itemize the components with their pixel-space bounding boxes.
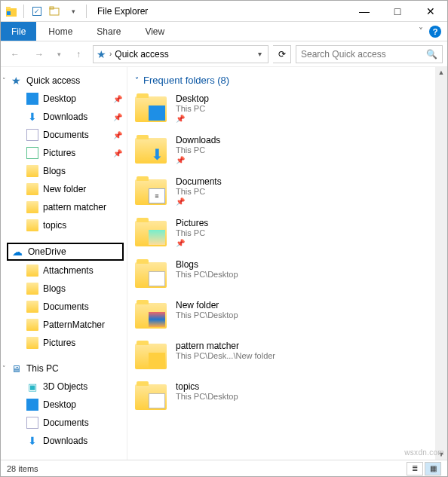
refresh-button[interactable]: ⟳	[273, 45, 291, 63]
item-text: New folder This PC\Desktop	[176, 300, 238, 320]
view-details-button[interactable]: ≣	[407, 462, 423, 475]
desktop-icon	[26, 93, 38, 105]
documents-icon: ≡	[149, 188, 165, 203]
folder-icon	[135, 341, 167, 369]
tree-item-documents[interactable]: Documents	[1, 298, 127, 316]
tree-item-pictures[interactable]: Pictures 📌	[1, 144, 127, 162]
section-title: Frequent folders (8)	[143, 75, 229, 86]
item-text: topics This PC\Desktop	[176, 381, 238, 401]
qat-customize-button[interactable]: ▾	[65, 3, 81, 20]
maximize-button[interactable]: □	[381, 1, 414, 22]
folder-icon	[26, 183, 38, 195]
item-location: This PC	[176, 187, 222, 196]
address-bar[interactable]: ★ › Quick access ▾	[93, 45, 268, 63]
list-item[interactable]: Desktop This PC 📌	[135, 93, 428, 123]
window-title: File Explorer	[97, 6, 148, 17]
up-button[interactable]: ↑	[69, 44, 88, 64]
tree-item-blogs[interactable]: Blogs	[1, 280, 127, 298]
file-explorer-window: ✓ ▾ File Explorer — □ ✕ File Home Share …	[0, 0, 448, 477]
tree-item-attachments[interactable]: Attachments	[1, 261, 127, 280]
scroll-up-icon[interactable]: ▲	[438, 67, 445, 78]
tree-item-pattern matcher[interactable]: pattern matcher	[1, 198, 127, 216]
navigation-bar: ← → ▾ ↑ ★ › Quick access ▾ ⟳ Search Quic…	[1, 41, 447, 67]
tree-item-pictures[interactable]: Pictures	[1, 334, 127, 352]
tree-item-topics[interactable]: topics	[1, 216, 127, 234]
pin-icon: 📌	[176, 115, 209, 123]
tree-this-pc[interactable]: ˅ 🖥 This PC	[1, 359, 127, 378]
folder-icon	[26, 219, 38, 231]
page-icon	[149, 271, 165, 286]
expand-icon[interactable]: ˅	[2, 77, 6, 84]
quick-access-toolbar: ✓ ▾	[1, 3, 93, 20]
list-item[interactable]: Blogs This PC\Desktop	[135, 259, 428, 288]
address-dropdown-button[interactable]: ▾	[255, 50, 265, 58]
tree-item-new folder[interactable]: New folder	[1, 180, 127, 198]
tab-share[interactable]: Share	[84, 22, 133, 41]
item-count: 28 items	[7, 464, 38, 473]
file-tab[interactable]: File	[1, 22, 36, 41]
tree-item-3d objects[interactable]: ▣ 3D Objects	[1, 378, 127, 396]
tree-item-documents[interactable]: Documents 📌	[1, 126, 127, 144]
list-item[interactable]: ⬇ Downloads This PC 📌	[135, 135, 428, 164]
tree-label: PatternMatcher	[43, 320, 105, 330]
tab-view[interactable]: View	[133, 22, 176, 41]
list-item[interactable]: pattern matcher This PC\Desk...\New fold…	[135, 341, 428, 369]
tree-onedrive[interactable]: ☁ OneDrive	[7, 243, 124, 261]
pin-icon: 📌	[176, 239, 208, 247]
close-button[interactable]: ✕	[414, 1, 447, 22]
list-item[interactable]: New folder This PC\Desktop	[135, 300, 428, 329]
folder-icon: ≡	[135, 176, 167, 205]
page-icon	[149, 393, 165, 408]
folder-art-icon	[149, 312, 165, 327]
list-item[interactable]: Pictures This PC 📌	[135, 218, 428, 247]
tree-item-blogs[interactable]: Blogs	[1, 162, 127, 180]
item-location: This PC	[176, 104, 209, 113]
address-text: Quick access	[115, 49, 168, 60]
search-icon: 🔍	[426, 49, 437, 60]
tree-item-desktop[interactable]: Desktop	[1, 396, 127, 414]
folder-icon	[26, 201, 38, 213]
tree-item-downloads[interactable]: ⬇ Downloads 📌	[1, 108, 127, 126]
search-input[interactable]: Search Quick access 🔍	[296, 45, 443, 63]
watermark: wsxdn.com	[404, 448, 444, 457]
tree-label: Desktop	[43, 399, 76, 410]
item-text: Blogs This PC\Desktop	[176, 259, 238, 279]
tab-home[interactable]: Home	[36, 22, 84, 41]
tree-label: Attachments	[43, 265, 94, 276]
qat-properties-button[interactable]: ✓	[29, 3, 45, 20]
desktop-icon	[26, 399, 38, 411]
view-large-button[interactable]: ▦	[425, 462, 441, 475]
folder-icon	[135, 93, 167, 122]
section-header-frequent[interactable]: ˅ Frequent folders (8)	[135, 75, 428, 86]
recent-locations-button[interactable]: ▾	[54, 44, 64, 64]
tree-item-desktop[interactable]: Desktop 📌	[1, 90, 127, 108]
forward-button[interactable]: →	[29, 44, 49, 64]
list-item[interactable]: ≡ Documents This PC 📌	[135, 176, 428, 206]
folder-icon	[26, 337, 38, 349]
tree-item-documents[interactable]: Documents	[1, 414, 127, 432]
breadcrumb-chevron-icon[interactable]: ›	[109, 50, 112, 58]
item-list[interactable]: ˅ Frequent folders (8) Desktop This PC 📌…	[127, 67, 435, 460]
ribbon-expand-button[interactable]: ˅	[419, 26, 423, 37]
back-button[interactable]: ←	[5, 44, 25, 64]
tree-label: Quick access	[26, 75, 80, 86]
tree-label: New folder	[43, 184, 86, 194]
window-controls: — □ ✕	[348, 1, 447, 22]
help-icon[interactable]: ?	[429, 26, 441, 38]
pin-icon: 📌	[113, 113, 122, 121]
pin-icon: 📌	[113, 95, 122, 103]
tree-label: Desktop	[43, 93, 76, 104]
tree-quick-access[interactable]: ˅ ★ Quick access	[1, 72, 127, 90]
qat-newfolder-button[interactable]	[47, 3, 63, 20]
pin-icon: 📌	[176, 156, 220, 164]
tree-label: Blogs	[43, 283, 66, 294]
tree-item-patternmatcher[interactable]: PatternMatcher	[1, 316, 127, 334]
navigation-pane[interactable]: ˅ ★ Quick access Desktop 📌 ⬇ Downloads 📌…	[1, 67, 127, 460]
expand-icon[interactable]: ˅	[2, 365, 6, 372]
item-text: Documents This PC 📌	[176, 176, 222, 206]
list-item[interactable]: topics This PC\Desktop	[135, 381, 428, 410]
scrollbar[interactable]: ▲ ▼	[435, 67, 447, 460]
tree-item-downloads[interactable]: ⬇ Downloads	[1, 432, 127, 450]
folder-icon	[135, 300, 167, 329]
minimize-button[interactable]: —	[348, 1, 381, 22]
